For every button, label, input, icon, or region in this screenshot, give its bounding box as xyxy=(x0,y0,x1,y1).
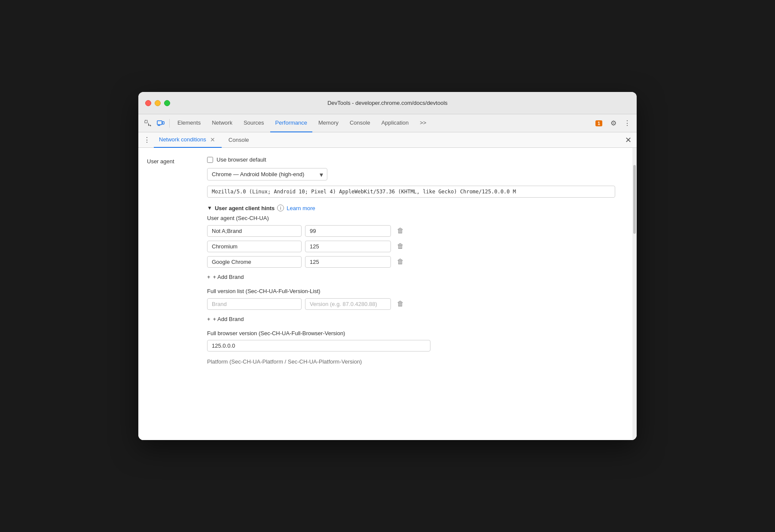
brand-name-input-2[interactable] xyxy=(207,256,302,268)
close-panel-icon[interactable]: ✕ xyxy=(623,135,633,145)
full-version-version-input[interactable] xyxy=(305,298,391,310)
close-button[interactable] xyxy=(145,100,151,106)
device-icon[interactable] xyxy=(155,117,167,129)
svg-rect-0 xyxy=(145,120,147,123)
delete-full-version-brand-button[interactable]: 🗑 xyxy=(394,298,406,310)
tab-memory[interactable]: Memory xyxy=(313,114,344,132)
maximize-button[interactable] xyxy=(164,100,170,106)
brand-version-input-1[interactable] xyxy=(305,241,391,252)
brand-row-2: 🗑 xyxy=(207,256,615,268)
brand-version-input-0[interactable] xyxy=(305,225,391,237)
close-network-conditions-tab[interactable]: ✕ xyxy=(209,136,217,144)
tab-application[interactable]: Application xyxy=(376,114,414,132)
traffic-lights xyxy=(145,100,170,106)
tab-more[interactable]: >> xyxy=(415,114,431,132)
full-version-brand-row-0: 🗑 xyxy=(207,298,615,310)
cursor-icon[interactable] xyxy=(142,117,154,129)
use-browser-default-checkbox[interactable] xyxy=(207,157,213,163)
use-browser-default-row: Use browser default xyxy=(207,156,615,163)
devtools-window: DevTools - developer.chrome.com/docs/dev… xyxy=(138,92,637,440)
client-hints-section: ▼ User agent client hints i Learn more U… xyxy=(207,205,615,365)
add-brand-button[interactable]: + + Add Brand xyxy=(207,271,615,283)
subtab-network-conditions[interactable]: Network conditions ✕ xyxy=(154,132,222,148)
hints-toggle-icon[interactable]: ▼ xyxy=(207,205,212,211)
toolbar-right: 1 ⚙ ⋮ xyxy=(592,117,633,129)
learn-more-link[interactable]: Learn more xyxy=(287,205,315,211)
brand-name-input-1[interactable] xyxy=(207,241,302,252)
ua-select-wrapper: Chrome — Android Mobile (high-end) Chrom… xyxy=(207,168,327,180)
svg-rect-1 xyxy=(157,121,162,125)
brand-row-0: 🗑 xyxy=(207,225,615,237)
content-area: User agent Use browser default Chrome — … xyxy=(138,148,632,440)
tab-network[interactable]: Network xyxy=(207,114,238,132)
tab-sources[interactable]: Sources xyxy=(238,114,269,132)
info-icon[interactable]: i xyxy=(277,205,284,211)
scrollbar[interactable] xyxy=(632,148,637,440)
delete-brand-button-0[interactable]: 🗑 xyxy=(394,225,406,237)
subtab-network-conditions-label: Network conditions xyxy=(159,136,206,143)
issues-button[interactable]: 1 xyxy=(592,119,606,128)
sec-ch-ua-label: User agent (Sec-CH-UA) xyxy=(207,215,615,221)
svg-rect-2 xyxy=(162,122,164,124)
brand-name-input-0[interactable] xyxy=(207,225,302,237)
main-content: User agent Use browser default Chrome — … xyxy=(138,148,637,440)
platform-section-label: Platform (Sec-CH-UA-Platform / Sec-CH-UA… xyxy=(207,355,615,365)
user-agent-label: User agent xyxy=(147,156,207,165)
subtoolbar: ⋮ Network conditions ✕ Console ✕ xyxy=(138,132,637,148)
full-version-brand-input[interactable] xyxy=(207,298,302,310)
toolbar-separator xyxy=(169,119,170,128)
main-toolbar: Elements Network Sources Performance Mem… xyxy=(138,114,637,132)
ua-string-input[interactable] xyxy=(207,186,615,198)
add-full-version-brand-button[interactable]: + + Add Brand xyxy=(207,313,615,325)
user-agent-section: User agent Use browser default Chrome — … xyxy=(147,156,615,367)
delete-brand-button-2[interactable]: 🗑 xyxy=(394,256,406,268)
scrollbar-thumb[interactable] xyxy=(633,165,636,234)
subtab-menu-icon[interactable]: ⋮ xyxy=(142,135,152,145)
delete-brand-button-1[interactable]: 🗑 xyxy=(394,240,406,252)
window-title: DevTools - developer.chrome.com/docs/dev… xyxy=(327,100,448,106)
hints-header: ▼ User agent client hints i Learn more xyxy=(207,205,615,211)
brand-row-1: 🗑 xyxy=(207,240,615,252)
full-browser-version-input[interactable] xyxy=(207,340,430,352)
titlebar: DevTools - developer.chrome.com/docs/dev… xyxy=(138,92,637,114)
issues-badge: 1 xyxy=(595,120,602,126)
tab-performance[interactable]: Performance xyxy=(270,114,312,132)
tab-elements[interactable]: Elements xyxy=(172,114,206,132)
hints-title: User agent client hints xyxy=(215,205,275,211)
plus-icon-2: + xyxy=(207,316,211,322)
user-agent-content: Use browser default Chrome — Android Mob… xyxy=(207,156,615,367)
subtab-console[interactable]: Console xyxy=(223,132,254,148)
use-browser-default-label[interactable]: Use browser default xyxy=(217,156,266,163)
settings-icon[interactable]: ⚙ xyxy=(607,117,619,129)
minimize-button[interactable] xyxy=(155,100,161,106)
brand-version-input-2[interactable] xyxy=(305,256,391,268)
full-browser-version-label: Full browser version (Sec-CH-UA-Full-Bro… xyxy=(207,330,615,336)
plus-icon: + xyxy=(207,274,211,280)
more-options-icon[interactable]: ⋮ xyxy=(621,117,633,129)
tab-console[interactable]: Console xyxy=(345,114,375,132)
full-version-list-label: Full version list (Sec-CH-UA-Full-Versio… xyxy=(207,288,615,294)
ua-preset-select[interactable]: Chrome — Android Mobile (high-end) Chrom… xyxy=(207,168,327,180)
